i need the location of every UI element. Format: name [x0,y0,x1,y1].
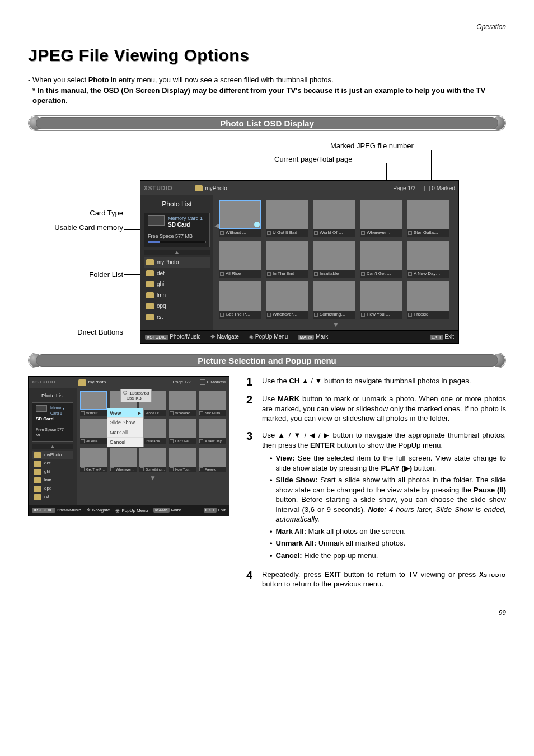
thumbnail[interactable]: Can't Get… [169,419,196,444]
folder-row[interactable]: rst [32,493,73,501]
thumbnail[interactable]: In The End [266,241,308,278]
folder-row[interactable]: myPhoto [144,257,210,268]
folder-row[interactable]: rst [144,312,210,323]
thumbnail[interactable]: Wherever … [360,200,402,237]
step-2: 2 Use MARK button to mark or unmark a ph… [246,394,506,424]
popup-item-slideshow[interactable]: Slide Show [107,418,143,428]
check-icon [220,313,224,317]
grid-down-icon[interactable]: ▼ [219,320,453,329]
scroll-up-icon[interactable]: ▲ [144,250,210,255]
thumbnail[interactable]: Can't Get … [360,241,402,278]
osd-sidebar: Photo List Memory Card 1 SD Card Free Sp… [140,195,213,330]
intro-pre: - When you select [28,76,88,84]
card-info: Memory Card 1 SD Card Free Space 577 MB [32,402,73,442]
footer-item[interactable]: XSTUDIO Photo/Music [145,333,200,341]
thumb-image [110,448,137,467]
thumbnail[interactable]: Wherever… [169,391,196,416]
footer-item[interactable]: PopUp Menu [249,333,288,341]
t: Repeatedly, press [262,570,325,579]
thumb-image [219,241,261,270]
thumbnail[interactable]: Star Guita… [199,391,226,416]
osd-footer: XSTUDIO Photo/Music Navigate PopUp Menu … [140,330,458,343]
folder-row[interactable]: def [32,459,73,468]
banner-label: Photo List OSD Display [36,117,498,129]
check-icon [81,411,85,415]
thumbnail[interactable]: Without … [219,200,261,237]
footer-item[interactable]: MARK Mark [298,333,328,341]
footer-item[interactable]: EXIT Exit [430,333,454,341]
check-icon [314,231,318,235]
check-icon [361,231,365,235]
footer-label: Navigate [92,508,110,513]
thumb-caption: Something… [320,312,345,318]
footer-btn-icon: MARK [153,508,170,513]
footer-item[interactable]: EXIT Exit [204,508,226,514]
ann-cardtype: Card Type [50,208,123,218]
thumb-image [219,281,261,311]
note-label: Note [368,505,384,514]
bt: Cancel: [276,551,302,560]
thumbnail[interactable]: World Of … [313,200,355,237]
thumbnail[interactable]: Something… [313,281,355,319]
scroll-up-icon[interactable]: ▲ [32,444,73,449]
thumbnail[interactable]: Star Guita… [407,200,449,237]
thumbnail[interactable]: U Got It Bad [266,200,308,237]
thumbnail[interactable]: Get The P… [80,448,107,472]
step-num: 3 [246,430,256,563]
popup-item-view[interactable]: View▸ [107,408,143,418]
thumbnail[interactable]: All Rise [219,241,261,278]
folder-row[interactable]: ghi [32,468,73,476]
thumb-image [266,281,308,311]
thumbnail[interactable]: Without [80,391,107,416]
thumbnail[interactable]: How You … [360,281,402,319]
footer-item[interactable]: Navigate [210,333,238,341]
bb: PLAY (▶) [381,464,412,472]
t: EXIT [325,570,341,579]
thumbnail[interactable]: Freeek [199,448,226,472]
thumbnail[interactable]: Something… [139,448,166,472]
footer-item[interactable]: PopUp Menu [115,507,148,514]
thumbnail[interactable]: A New Day… [199,419,226,444]
folder-name: opq [44,486,51,492]
intro-note: * In this manual, the OSD (On Screen Dis… [28,86,506,105]
folder-row[interactable]: lmn [144,290,210,301]
intro-line1: - When you select Photo in entry menu, y… [28,75,506,85]
folder-icon [34,477,41,483]
footer-item[interactable]: Navigate [87,508,110,514]
thumbnail[interactable]: Whenever… [266,281,308,319]
footer-item[interactable]: XSTUDIO Photo/Music [32,508,81,514]
popup-item-cancel[interactable]: Cancel [107,438,143,447]
thumbnail[interactable]: How You… [169,448,196,472]
thumb-image [313,200,355,229]
folder-row[interactable]: ghi [144,279,210,290]
thumbnail[interactable]: All Rise [80,419,107,444]
bullet-markall: •Mark All: Mark all photos on the screen… [262,527,506,537]
thumbnail[interactable]: Insatiable [313,241,355,278]
check-icon [314,313,318,317]
thumbnail[interactable]: A New Day… [407,241,449,278]
osd-marked-text: 0 Marked [432,185,455,191]
thumbnail[interactable]: Freeek [407,281,449,319]
folder-row[interactable]: opq [32,485,73,493]
bt: Unmark All: [276,539,316,547]
folder-row[interactable]: opq [144,300,210,312]
check-icon [220,231,224,235]
xstudio-logo-text: XSTUDIO [479,571,506,579]
popup-item-markall[interactable]: Mark All [107,428,143,438]
thumbnail[interactable]: Get The P… [219,281,261,319]
step-3: 3 Use ▲ / ▼ / ◀ / ▶ button to navigate t… [246,430,506,563]
folder-row[interactable]: myPhoto [32,451,73,459]
thumb-caption: All Rise [226,271,241,277]
folder-name: def [44,461,50,467]
folder-row[interactable]: lmn [32,476,73,485]
footer-item[interactable]: MARK Mark [153,508,181,514]
folder-icon [146,281,154,287]
thumb-caption: Without [86,411,97,415]
thumb-image [169,419,196,438]
folder-name: rst [44,494,49,500]
ann-folderlist: Folder List [50,270,123,280]
osd-logo: XSTUDIO [32,379,56,386]
folder-row[interactable]: def [144,268,210,279]
thumbnail[interactable]: Whenever… [110,448,137,472]
grid-down-icon[interactable]: ▼ [80,473,226,482]
